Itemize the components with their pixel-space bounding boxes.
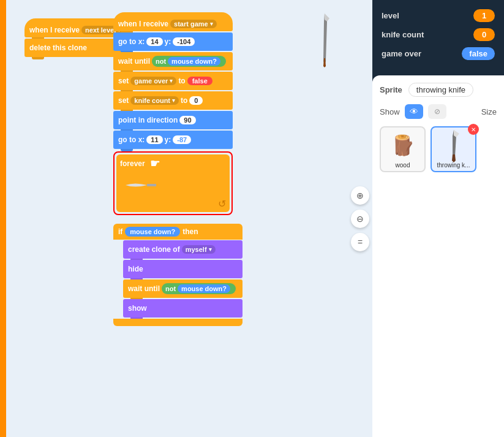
when-receive-startgame-block[interactable]: when I receive start game <box>113 12 233 31</box>
forever-label: forever <box>120 159 145 168</box>
block-group-bottom: if mouse down? then create clone of myse… <box>113 224 243 326</box>
goto-y-label: y: <box>165 37 171 46</box>
startgame-dropdown[interactable]: start game <box>170 20 217 28</box>
zoom-in-button[interactable]: ⊕ <box>351 186 369 205</box>
goto-label2: go to x: <box>118 135 145 144</box>
then-label: then <box>182 227 198 236</box>
show-label: Show <box>380 107 400 116</box>
knife-svg-icon <box>445 129 463 162</box>
knife-sprite-img <box>438 130 469 161</box>
goto-xy2-block[interactable]: go to x: 11 y: -87 <box>113 131 233 149</box>
wood-emoji-icon: 🪵 <box>391 134 415 157</box>
gameover-label: game over <box>382 49 462 58</box>
knifecount-dropdown[interactable]: knife count <box>130 96 179 105</box>
goto-y-val[interactable]: -104 <box>173 37 195 46</box>
fit-icon: = <box>358 237 363 247</box>
forever-arrow: ↺ <box>218 198 226 210</box>
forever-footer: ↺ <box>116 197 230 212</box>
wait-until-block[interactable]: wait until not mouse down? <box>113 52 233 70</box>
sprite-name: throwing knife <box>408 83 473 97</box>
wood-sprite-img: 🪵 <box>388 130 418 161</box>
goto-x-val[interactable]: 14 <box>146 37 162 46</box>
forever-body <box>119 174 227 196</box>
left-strip-tab <box>0 282 6 313</box>
sprite-thumbnails: 🪵 wood ✕ thro <box>380 126 497 172</box>
direction-val[interactable]: 90 <box>179 116 195 124</box>
code-area[interactable]: when I receive next level delete this cl… <box>6 0 372 437</box>
if-label: if <box>118 227 122 236</box>
mousedown2-pill: mouse down? <box>125 227 180 237</box>
right-panel: level 1 knife count 0 game over false Sp… <box>372 0 504 437</box>
hide-block[interactable]: hide <box>123 260 243 278</box>
zero-val[interactable]: 0 <box>189 96 203 105</box>
mousedown3-pill: mouse down? <box>178 284 230 293</box>
level-label: level <box>382 11 473 20</box>
hide-label: hide <box>128 265 143 273</box>
sprite-controls: Show 👁 ⊘ Size <box>380 104 497 119</box>
forever-block[interactable]: forever ☛ ↺ <box>116 154 230 212</box>
create-clone-block[interactable]: create clone of myself <box>123 240 243 259</box>
svg-rect-0 <box>147 184 156 186</box>
createclone-label: create clone of <box>128 245 180 254</box>
zoom-in-icon: ⊕ <box>356 191 364 200</box>
eye-icon: 👁 <box>410 107 418 116</box>
if-block[interactable]: if mouse down? then <box>113 224 243 240</box>
mousedown-label: mouse down? <box>171 58 217 65</box>
knifecount-value: 0 <box>473 28 495 41</box>
wait-until2-label: wait until <box>128 284 160 293</box>
throwing-knife-sprite-label: throwing k... <box>437 162 470 169</box>
sprite-section: Sprite throwing knife Show 👁 ⊘ Size <box>372 75 504 437</box>
variables-section: level 1 knife count 0 game over false <box>372 0 504 75</box>
level-var-row: level 1 <box>382 9 495 22</box>
goto-y2-val[interactable]: -87 <box>173 135 191 144</box>
wait-until-label: wait until <box>118 57 150 66</box>
delete-sprite-button[interactable]: ✕ <box>468 124 479 135</box>
gameover-value: false <box>462 47 495 60</box>
set-knifecount-block[interactable]: set knife count to 0 <box>113 91 233 110</box>
knifecount-var-row: knife count 0 <box>382 28 495 41</box>
forever-selected: forever ☛ ↺ <box>113 151 233 215</box>
sprite-header: Sprite throwing knife <box>380 83 497 97</box>
myself-dropdown[interactable]: myself <box>182 245 216 254</box>
knifecount-label: knife count <box>382 30 473 39</box>
size-label: Size <box>481 107 497 116</box>
throwing-knife-sprite-thumb[interactable]: ✕ throwing k... <box>431 126 476 172</box>
knife-floating-icon <box>317 12 333 69</box>
mousedown3-label: mouse down? <box>181 285 227 292</box>
show-hidden-button[interactable]: ⊘ <box>428 104 446 119</box>
fit-button[interactable]: = <box>351 233 369 251</box>
set-label2: set <box>118 96 129 105</box>
goto-xy-block[interactable]: go to x: 14 y: -104 <box>113 32 233 51</box>
zoom-out-button[interactable]: ⊖ <box>351 210 369 228</box>
delete-icon: ✕ <box>471 126 476 133</box>
set-gameover-block[interactable]: set game over to false <box>113 72 233 90</box>
point-dir-block[interactable]: point in direction 90 <box>113 111 233 129</box>
level-value: 1 <box>473 9 495 22</box>
block-group-main: when I receive start game go to x: 14 y:… <box>113 12 233 215</box>
mousedown-pill: mouse down? <box>168 57 220 66</box>
pointdir-label: point in direction <box>118 116 178 124</box>
wait-until2-block[interactable]: wait until not mouse down? <box>123 279 243 298</box>
goto-label: go to x: <box>118 37 145 46</box>
false-val: false <box>187 77 213 85</box>
gameover-var-row: game over false <box>382 47 495 60</box>
forever-header: forever ☛ <box>116 154 230 173</box>
when-receive-label: when I receive <box>29 26 80 34</box>
to-label1: to <box>178 77 185 85</box>
scroll-area: ⊕ ⊖ = <box>351 186 369 251</box>
not-mousedown-pill: not mouse down? <box>152 56 226 67</box>
sprite-label: Sprite <box>380 85 402 94</box>
eye-slash-icon: ⊘ <box>434 107 440 116</box>
zoom-out-icon: ⊖ <box>356 214 364 224</box>
show-visible-button[interactable]: 👁 <box>405 104 423 119</box>
not2-label: not <box>165 285 176 292</box>
show-label: show <box>128 304 147 313</box>
when-receive-label2: when I receive <box>118 20 168 28</box>
wood-sprite-thumb[interactable]: 🪵 wood <box>380 126 426 172</box>
show-block[interactable]: show <box>123 299 243 317</box>
to-label2: to <box>181 96 187 105</box>
set-label1: set <box>118 77 129 85</box>
mousedown2-label: mouse down? <box>130 228 175 235</box>
goto-x2-val[interactable]: 11 <box>146 135 162 144</box>
gameover-dropdown[interactable]: game over <box>130 77 176 85</box>
